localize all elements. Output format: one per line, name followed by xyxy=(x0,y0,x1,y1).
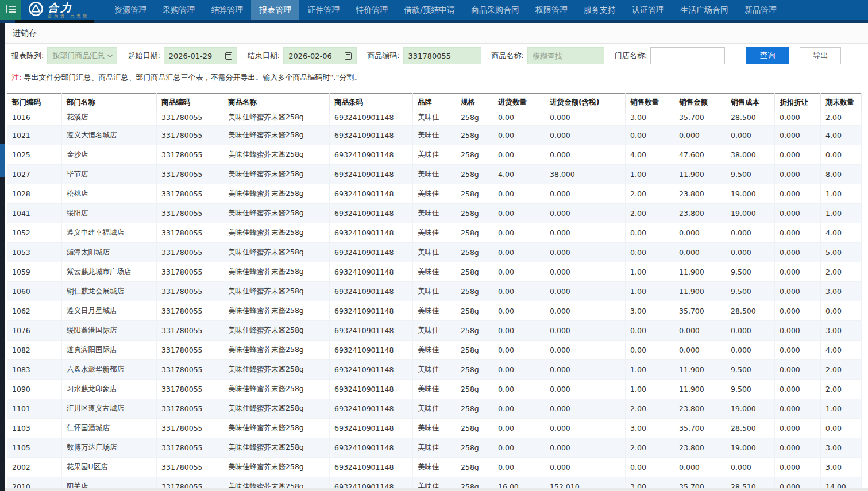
table-cell: 0.000 xyxy=(775,243,821,262)
table-cell: 258g xyxy=(456,419,493,438)
table-cell: 六盘水派华新都店 xyxy=(62,360,157,380)
table-cell: 6932410901148 xyxy=(330,380,413,399)
table-cell: 0.00 xyxy=(626,126,674,145)
nav-item[interactable]: 权限管理 xyxy=(527,0,576,20)
table-cell: 4.00 xyxy=(821,341,862,360)
nav-item[interactable]: 采购管理 xyxy=(155,0,203,20)
table-cell: 6932410901148 xyxy=(330,111,413,126)
table-row[interactable]: 1082道真滨阳国际店331780055美味佳蜂蜜芥末酱258g69324109… xyxy=(7,341,862,360)
table-cell: 0.000 xyxy=(545,301,626,321)
table-row[interactable]: 1041绥阳店331780055美味佳蜂蜜芥末酱258g693241090114… xyxy=(7,204,862,223)
table-cell: 汇川区遵义古城店 xyxy=(62,399,157,419)
table-cell: 美味佳蜂蜜芥末酱258g xyxy=(223,360,330,380)
table-cell: 0.00 xyxy=(626,458,674,477)
table-cell: 1027 xyxy=(7,165,62,184)
menu-toggle-button[interactable] xyxy=(0,0,21,20)
nav-item[interactable]: 证件管理 xyxy=(299,0,348,20)
table-cell: 331780055 xyxy=(157,341,223,360)
nav-item[interactable]: 生活广场合同 xyxy=(672,0,736,20)
table-row[interactable]: 1052遵义中建幸福城店331780055美味佳蜂蜜芥末酱258g6932410… xyxy=(7,223,862,243)
nav-item[interactable]: 特价管理 xyxy=(348,0,396,20)
nav-item[interactable]: 服务支持 xyxy=(576,0,624,20)
table-cell: 0.000 xyxy=(545,399,626,419)
table-row[interactable]: 1062遵义日月星城店331780055美味佳蜂蜜芥末酱258g69324109… xyxy=(7,301,862,321)
nav-item[interactable]: 结算管理 xyxy=(203,0,251,20)
table-cell: 道真滨阳国际店 xyxy=(62,341,157,360)
table-row[interactable]: 1105数博万达广场店331780055美味佳蜂蜜芥末酱258g69324109… xyxy=(7,438,862,458)
nav-item[interactable]: 资源管理 xyxy=(106,0,155,20)
table-cell: 11.900 xyxy=(674,262,726,282)
table-row[interactable]: 1059紫云麒龙城市广场店331780055美味佳蜂蜜芥末酱258g693241… xyxy=(7,262,862,282)
table-cell: 金沙店 xyxy=(62,145,157,165)
column-header: 销售金额 xyxy=(674,94,726,111)
table-cell: 8.00 xyxy=(821,165,862,184)
table-cell: 258g xyxy=(456,111,493,126)
table-cell: 11.900 xyxy=(674,380,726,399)
collapsed-sidebar-rail[interactable] xyxy=(0,23,5,491)
table-row[interactable]: 1016花溪店331780055美味佳蜂蜜芥末酱258g693241090114… xyxy=(7,111,862,126)
table-row[interactable]: 1027毕节店331780055美味佳蜂蜜芥末酱258g693241090114… xyxy=(7,165,862,184)
table-cell: 258g xyxy=(456,145,493,165)
table-row[interactable]: 1076绥阳鑫港国际店331780055美味佳蜂蜜芥末酱258g69324109… xyxy=(7,321,862,341)
table-cell: 0.000 xyxy=(726,321,775,341)
table-row[interactable]: 1090习水麒龙印象店331780055美味佳蜂蜜芥末酱258g69324109… xyxy=(7,380,862,399)
table-cell: 0.00 xyxy=(493,341,545,360)
rail-scroll-thumb[interactable] xyxy=(0,144,5,177)
nav-item[interactable]: 报表管理 xyxy=(251,0,299,20)
table-cell: 毕节店 xyxy=(62,165,157,184)
table-cell: 1025 xyxy=(7,145,62,165)
tab-bar: 进销存 xyxy=(5,23,868,44)
table-cell: 1.00 xyxy=(626,360,674,380)
table-cell: 0.000 xyxy=(545,223,626,243)
table-cell: 11.900 xyxy=(674,282,726,301)
table-row[interactable]: 1021遵义大恒名城店331780055美味佳蜂蜜芥末酱258g69324109… xyxy=(7,126,862,145)
table-cell: 331780055 xyxy=(157,301,223,321)
table-cell: 28.500 xyxy=(726,111,775,126)
table-row[interactable]: 1083六盘水派华新都店331780055美味佳蜂蜜芥末酱258g6932410… xyxy=(7,360,862,380)
page-bottom-strip xyxy=(0,488,868,491)
product-code-input[interactable] xyxy=(403,47,481,64)
store-name-input[interactable] xyxy=(650,47,725,64)
table-cell: 38.000 xyxy=(726,145,775,165)
table-cell: 0.00 xyxy=(493,438,545,458)
table-cell: 美味佳 xyxy=(413,184,456,204)
report-layout-select[interactable]: 按部门商品汇总 xyxy=(47,47,117,64)
table-cell: 0.000 xyxy=(775,126,821,145)
table-row[interactable]: 1060铜仁麒龙会展城店331780055美味佳蜂蜜芥末酱258g6932410… xyxy=(7,282,862,301)
table-cell: 美味佳 xyxy=(413,399,456,419)
nav-item[interactable]: 借款/预结申请 xyxy=(396,0,463,20)
query-button[interactable]: 查询 xyxy=(746,47,789,64)
nav-item[interactable]: 认证管理 xyxy=(624,0,672,20)
tab-purchase-sales-inventory[interactable]: 进销存 xyxy=(13,28,37,38)
table-cell: 47.600 xyxy=(674,145,726,165)
table-row[interactable]: 2002花果园U区店331780055美味佳蜂蜜芥末酱258g693241090… xyxy=(7,458,862,477)
table-row[interactable]: 1025金沙店331780055美味佳蜂蜜芥末酱258g693241090114… xyxy=(7,145,862,165)
app-logo: 合力 合为贵 力无限 xyxy=(21,0,98,20)
table-cell: 0.000 xyxy=(726,341,775,360)
table-cell: 美味佳 xyxy=(413,243,456,262)
column-header: 销售数量 xyxy=(626,94,674,111)
nav-item[interactable]: 新品管理 xyxy=(736,0,785,20)
table-cell: 0.000 xyxy=(775,262,821,282)
nav-item[interactable]: 商品采购合同 xyxy=(463,0,527,20)
table-cell: 35.700 xyxy=(674,301,726,321)
table-cell: 0.000 xyxy=(775,204,821,223)
export-button[interactable]: 导出 xyxy=(800,47,841,64)
report-layout-label: 报表陈列: xyxy=(11,51,44,61)
table-row[interactable]: 1028松桃店331780055美味佳蜂蜜芥末酱258g693241090114… xyxy=(7,184,862,204)
table-cell: 6932410901148 xyxy=(330,282,413,301)
table-cell: 23.800 xyxy=(674,438,726,458)
end-date-input[interactable]: 2026-02-06 xyxy=(283,47,357,64)
table-cell: 3.00 xyxy=(821,282,862,301)
table-row[interactable]: 1101汇川区遵义古城店331780055美味佳蜂蜜芥末酱258g6932410… xyxy=(7,399,862,419)
table-row[interactable]: 1053湄潭太阳城店331780055美味佳蜂蜜芥末酱258g693241090… xyxy=(7,243,862,262)
table-cell: 331780055 xyxy=(157,111,223,126)
start-date-input[interactable]: 2026-01-29 xyxy=(164,47,237,64)
product-name-input[interactable] xyxy=(527,47,604,64)
table-cell: 331780055 xyxy=(157,223,223,243)
table-cell: 6932410901148 xyxy=(330,399,413,419)
table-row[interactable]: 1103仁怀国酒城店331780055美味佳蜂蜜芥末酱258g693241090… xyxy=(7,419,862,438)
report-layout-value: 按部门商品汇总 xyxy=(52,51,105,61)
table-cell: 258g xyxy=(456,282,493,301)
table-cell: 2.00 xyxy=(626,438,674,458)
